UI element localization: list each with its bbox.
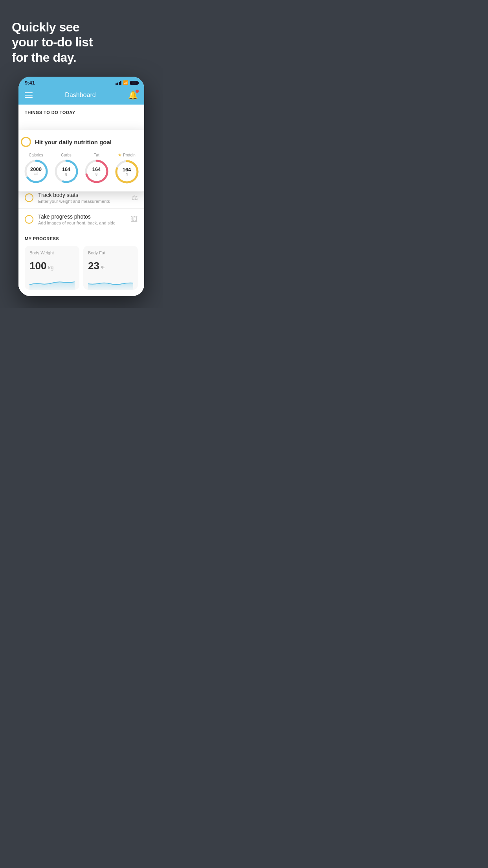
battery-icon [130, 81, 138, 85]
fat-label: Fat [94, 153, 99, 157]
nutrition-protein: ★ Protein 164 g [114, 153, 139, 184]
photos-content: Take progress photos Add images of your … [38, 213, 126, 225]
signal-bar-1 [116, 83, 117, 85]
nutrition-row: Calories 2000 cal [21, 153, 142, 184]
body-fat-card: Body Fat 23 % [83, 246, 138, 290]
carbs-label: Carbs [61, 153, 72, 157]
protein-label: ★ Protein [118, 153, 136, 158]
protein-star-icon: ★ [118, 153, 122, 158]
things-to-do-header: THINGS TO DO TODAY [18, 105, 144, 118]
body-weight-card-title: Body Weight [29, 250, 75, 255]
body-weight-sparkline [29, 276, 75, 290]
status-time: 9:41 [25, 80, 35, 86]
fat-unit: g [92, 172, 101, 176]
progress-cards: Body Weight 100 kg [25, 246, 138, 296]
protein-unit: g [123, 173, 131, 177]
body-fat-unit: % [101, 265, 106, 270]
protein-ring: 164 g [114, 159, 139, 184]
photos-title: Take progress photos [38, 213, 126, 220]
status-icons: 📶 [116, 80, 138, 85]
body-weight-value-row: 100 kg [29, 260, 75, 272]
signal-bar-2 [117, 83, 118, 85]
nutrition-circle-check [21, 137, 31, 147]
hamburger-line-3 [25, 97, 33, 98]
list-item-photos[interactable]: Take progress photos Add images of your … [18, 208, 144, 230]
photos-subtitle: Add images of your front, back, and side [38, 221, 126, 225]
body-stats-title: Track body stats [38, 192, 127, 198]
battery-fill [131, 82, 137, 84]
notification-dot [136, 90, 139, 93]
progress-section: MY PROGRESS Body Weight 100 kg [18, 230, 144, 296]
nutrition-calories: Calories 2000 cal [24, 153, 49, 184]
carbs-unit: g [62, 172, 71, 176]
nutrition-fat: Fat 164 g [84, 153, 109, 184]
signal-bars-icon [116, 81, 121, 85]
photos-check-circle [25, 215, 33, 224]
protein-value: 164 [123, 167, 131, 173]
fat-value: 164 [92, 167, 101, 172]
calories-value: 2000 [30, 167, 42, 172]
nav-title: Dashboard [65, 92, 95, 99]
signal-bar-3 [119, 82, 120, 85]
body-fat-value-row: 23 % [88, 260, 133, 272]
hamburger-line-2 [25, 95, 33, 96]
signal-bar-4 [120, 81, 121, 85]
body-stats-check-circle [25, 193, 33, 202]
progress-header: MY PROGRESS [25, 236, 138, 241]
body-weight-card: Body Weight 100 kg [25, 246, 79, 290]
wifi-icon: 📶 [123, 80, 128, 85]
nutrition-goal-card: Hit your daily nutrition goal Calories [18, 130, 144, 191]
card-title-row: Hit your daily nutrition goal [21, 137, 142, 147]
calories-label: Calories [29, 153, 43, 157]
calories-unit: cal [30, 172, 42, 176]
fat-ring: 164 g [84, 159, 109, 184]
hamburger-menu[interactable] [25, 92, 33, 98]
headline: Quickly see your to-do list for the day. [0, 0, 163, 73]
headline-line2: your to-do list [12, 35, 93, 49]
calories-ring: 2000 cal [24, 159, 49, 184]
body-fat-card-title: Body Fat [88, 250, 133, 255]
notification-bell-button[interactable]: 🔔 [128, 90, 138, 100]
body-fat-sparkline [88, 276, 133, 290]
body-weight-value: 100 [29, 260, 46, 272]
photo-icon: 🖼 [131, 215, 138, 224]
status-bar: 9:41 📶 [18, 77, 144, 87]
scale-icon: ⚖ [132, 193, 138, 202]
phone-frame: 9:41 📶 Dashboard 🔔 THINGS [18, 77, 144, 296]
items-wrapper: Hit your daily nutrition goal Calories [18, 118, 144, 230]
body-fat-value: 23 [88, 260, 99, 272]
body-stats-content: Track body stats Enter your weight and m… [38, 192, 127, 204]
hamburger-line-1 [25, 92, 33, 93]
nav-bar: Dashboard 🔔 [18, 87, 144, 105]
headline-line3: for the day. [12, 50, 76, 64]
nutrition-carbs: Carbs 164 g [54, 153, 79, 184]
headline-line1: Quickly see [12, 20, 79, 34]
body-weight-unit: kg [48, 265, 53, 270]
phone-content: THINGS TO DO TODAY Hit your daily nutrit… [18, 105, 144, 296]
nutrition-card-title: Hit your daily nutrition goal [35, 139, 112, 145]
body-stats-subtitle: Enter your weight and measurements [38, 199, 127, 204]
carbs-ring: 164 g [54, 159, 79, 184]
carbs-value: 164 [62, 167, 71, 172]
